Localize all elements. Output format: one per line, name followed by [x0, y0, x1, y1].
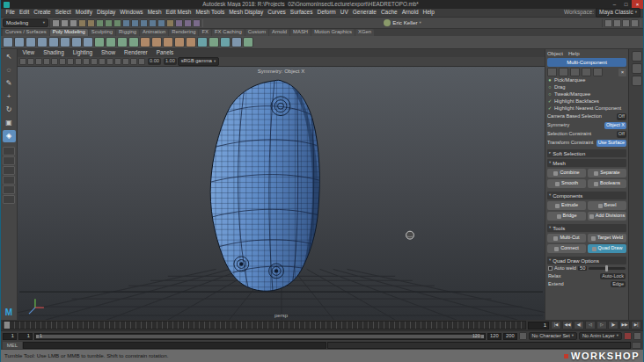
range-slider[interactable]: 1 120: [34, 333, 486, 340]
menu-item[interactable]: UV: [338, 10, 350, 16]
menu-item[interactable]: Windows: [118, 10, 145, 16]
layout-uv-icon[interactable]: [3, 195, 15, 204]
normals-icon[interactable]: [243, 37, 253, 47]
go-to-end-button[interactable]: ▶|: [631, 321, 641, 329]
bookmark-icon[interactable]: [43, 58, 50, 65]
anim-layer-dropdown[interactable]: No Anim Layer▾: [579, 332, 622, 341]
make-live-icon[interactable]: [157, 19, 165, 27]
mesh-button[interactable]: Booleans: [588, 179, 626, 188]
raise-panels-icon[interactable]: [604, 19, 612, 27]
sculpt-icon[interactable]: [220, 37, 231, 47]
snap-to-curve-icon[interactable]: [131, 19, 139, 27]
shelf-tab[interactable]: Rendering: [169, 29, 198, 36]
layout-four-pane-icon[interactable]: [3, 156, 15, 165]
snap-to-grid-icon[interactable]: [122, 19, 130, 27]
xray-icon[interactable]: [138, 58, 145, 65]
isolate-select-icon[interactable]: [130, 58, 137, 65]
command-language-toggle[interactable]: MEL: [3, 342, 22, 349]
save-scene-icon[interactable]: [70, 19, 77, 27]
render-icon[interactable]: [175, 19, 183, 27]
poly-cube-icon[interactable]: [14, 37, 25, 47]
target-weld-icon[interactable]: [186, 37, 196, 47]
menu-item[interactable]: Arnold: [399, 10, 421, 16]
extend-mode-dropdown[interactable]: Edge: [611, 281, 626, 288]
animation-preferences-icon[interactable]: [633, 332, 641, 340]
tool-category-dropdown[interactable]: Modeling▾: [3, 18, 48, 27]
menu-item[interactable]: Cache: [378, 10, 399, 16]
lock-camera-icon[interactable]: [27, 58, 34, 65]
grid-icon[interactable]: [75, 58, 82, 65]
character-set-dropdown[interactable]: No Character Set▾: [529, 332, 577, 341]
shelf-tab[interactable]: Poly Modeling: [50, 29, 88, 36]
vertex-mode-icon[interactable]: [559, 68, 568, 76]
toolkit-option[interactable]: ✓ Highlight Backfaces: [547, 98, 626, 105]
step-forward-frame-button[interactable]: ▶▶: [619, 321, 630, 329]
script-editor-icon[interactable]: [632, 342, 641, 349]
new-scene-icon[interactable]: [52, 19, 60, 27]
manipulator-handle[interactable]: [406, 231, 414, 239]
layout-persp-outliner-icon[interactable]: [3, 176, 15, 185]
shelf-tab[interactable]: Arnold: [269, 29, 289, 36]
poly-cylinder-icon[interactable]: [26, 37, 36, 47]
toolkit-option[interactable]: ● Pick/Marquee: [547, 77, 626, 84]
relax-mode-dropdown[interactable]: Auto-Lock: [600, 273, 626, 280]
viewport-menu-item[interactable]: View: [20, 50, 37, 55]
signed-in-user[interactable]: Eric Keller▾: [384, 19, 421, 26]
menu-item[interactable]: Mesh Display: [227, 10, 266, 16]
poly-sphere-icon[interactable]: [3, 37, 13, 47]
camera-based-selection-toggle[interactable]: Off: [617, 113, 626, 120]
viewport-menu-item[interactable]: Shading: [41, 50, 66, 55]
mesh-button[interactable]: Combine: [547, 169, 586, 177]
auto-weld-value-field[interactable]: 50: [578, 266, 587, 272]
multi-cut-icon[interactable]: [174, 37, 185, 47]
poly-plane-icon[interactable]: [60, 37, 70, 47]
view-transform-dropdown[interactable]: sRGB gamma▾: [178, 57, 219, 66]
scale-tool-icon[interactable]: ▣: [3, 117, 16, 129]
components-button[interactable]: Extrude: [547, 201, 586, 210]
tools-button[interactable]: Multi-Cut: [547, 234, 586, 243]
combine-icon[interactable]: [94, 37, 105, 47]
play-forward-button[interactable]: ▷: [596, 321, 607, 329]
menu-item[interactable]: Mesh: [145, 10, 164, 16]
toolkit-option[interactable]: ✓ Highlight Nearest Component: [547, 105, 626, 112]
tools-button[interactable]: Target Weld: [588, 234, 626, 243]
ipr-render-icon[interactable]: [184, 19, 192, 27]
select-by-component-icon[interactable]: [113, 19, 121, 27]
components-section-header[interactable]: ▾ Components: [547, 192, 626, 199]
bevel-icon[interactable]: [151, 37, 162, 47]
workspace-dropdown[interactable]: Maya Classic▾: [596, 8, 640, 18]
bridge-icon[interactable]: [163, 37, 173, 47]
move-tool-icon[interactable]: +: [3, 90, 16, 103]
menu-item[interactable]: Edit: [17, 10, 31, 16]
channel-box-toggle-icon[interactable]: [631, 19, 639, 27]
gate-mask-icon[interactable]: [99, 58, 106, 65]
toolkit-option[interactable]: ○ Tweak/Marquee: [547, 91, 626, 98]
play-backwards-button[interactable]: ◁: [585, 321, 596, 329]
safe-action-icon[interactable]: [114, 58, 121, 65]
smooth-icon[interactable]: [117, 37, 128, 47]
poly-torus-icon[interactable]: [48, 37, 59, 47]
rotate-tool-icon[interactable]: ↻: [3, 104, 16, 116]
playback-end-field[interactable]: 120: [487, 333, 501, 340]
tools-section-header[interactable]: ▾ Tools: [547, 224, 626, 232]
attribute-editor-toggle-icon[interactable]: [613, 19, 621, 27]
snap-to-point-icon[interactable]: [140, 19, 148, 27]
separate-icon[interactable]: [106, 37, 116, 47]
panel-menu-item[interactable]: Help: [568, 51, 580, 56]
components-button[interactable]: Bridge: [547, 212, 586, 221]
menu-item[interactable]: Edit Mesh: [164, 10, 194, 16]
film-gate-icon[interactable]: [83, 58, 90, 65]
shelf-tab[interactable]: FX: [199, 29, 211, 36]
shelf-tab[interactable]: Motion Graphics: [311, 29, 355, 36]
menu-item[interactable]: Mesh Tools: [194, 10, 227, 16]
quad-draw-options-header[interactable]: ▾ Quad Draw Options: [547, 257, 626, 264]
viewport-menu-item[interactable]: Panels: [154, 50, 176, 55]
resolution-gate-icon[interactable]: [91, 58, 98, 65]
layout-hypershade-icon[interactable]: [3, 185, 15, 194]
menu-item[interactable]: Select: [53, 10, 73, 16]
shelf-tab[interactable]: Custom: [245, 29, 268, 36]
shelf-tab[interactable]: XGen: [355, 29, 374, 36]
layout-single-pane-icon[interactable]: [3, 147, 15, 156]
animation-start-field[interactable]: 1: [3, 333, 17, 340]
go-to-start-button[interactable]: |◀: [551, 321, 561, 329]
